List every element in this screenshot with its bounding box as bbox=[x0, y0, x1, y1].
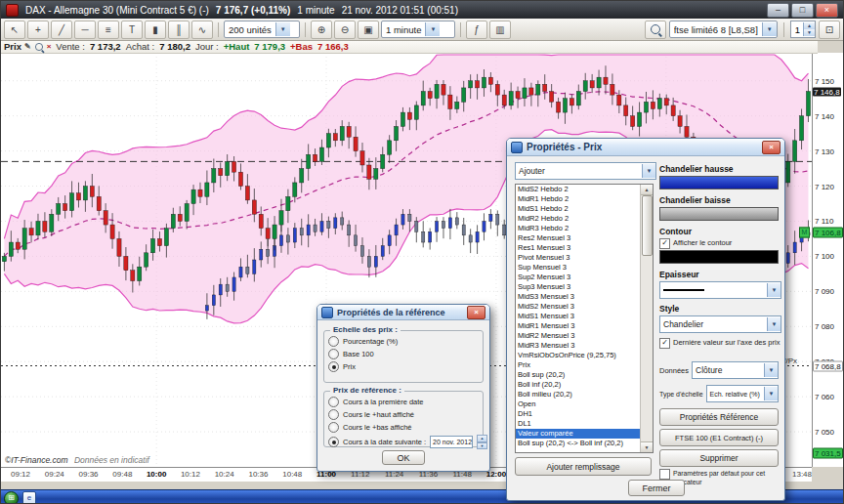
stepper-down-icon[interactable]: ▼ bbox=[803, 29, 815, 36]
add-fill-button[interactable]: Ajouter remplissage bbox=[515, 457, 652, 476]
show-contour-checkbox[interactable] bbox=[659, 238, 670, 249]
stepper-down-icon[interactable]: ▼ bbox=[477, 442, 487, 450]
indicator-list-item[interactable]: Res2 Mensuel 3 bbox=[516, 233, 641, 243]
line-chart-icon[interactable]: ∿ bbox=[191, 21, 213, 39]
indicator-list-item[interactable]: MidR2 Hebdo 2 bbox=[516, 214, 641, 224]
add-indicator-select[interactable]: Ajouter ▼ bbox=[515, 162, 656, 180]
indicator-icon[interactable]: ƒ bbox=[466, 21, 487, 39]
close-dialog-button[interactable]: Fermer bbox=[628, 480, 685, 496]
indicator-list-item[interactable]: MidR3 Mensuel 3 bbox=[516, 341, 641, 351]
indicator-list-item[interactable]: Boll milieu (20,2) bbox=[516, 390, 641, 399]
delete-button[interactable]: Supprimer bbox=[659, 449, 779, 467]
show-contour-option[interactable]: Afficher le contour bbox=[659, 238, 732, 249]
timeframe-select[interactable]: 1 minute ▼ bbox=[381, 21, 455, 38]
price-scale-option-0[interactable]: Pourcentage (%) bbox=[324, 335, 483, 348]
text-tool-icon[interactable]: T bbox=[121, 21, 143, 39]
reference-price-option-2[interactable]: Cours le +bas affiché bbox=[324, 421, 483, 434]
indicator-list-item[interactable]: MidS1 Mensuel 3 bbox=[516, 312, 641, 321]
start-button[interactable]: ⊞ bbox=[4, 491, 19, 504]
expand-icon[interactable]: ⊡ bbox=[819, 21, 840, 39]
taskbar-app-icon[interactable]: e bbox=[22, 491, 36, 504]
reference-price-option-0[interactable]: Cours à la première date bbox=[324, 396, 483, 408]
indicator-list-item[interactable]: Valeur comparée bbox=[516, 429, 641, 439]
compared-instrument-button[interactable]: FTSE 100 (E1 Contract) (-) bbox=[659, 429, 779, 446]
reference-price-option-3[interactable]: Cours à la date suivante :20 nov. 2012▲▼ bbox=[324, 434, 483, 450]
indicator-list[interactable]: MidS2 Hebdo 2MidR1 Hebdo 2MidS1 Hebdo 2M… bbox=[515, 184, 654, 453]
date-stepper[interactable]: ▲▼ bbox=[477, 435, 487, 449]
indicator-list-item[interactable]: MidR1 Mensuel 3 bbox=[516, 321, 641, 331]
maximize-button[interactable]: □ bbox=[791, 3, 814, 18]
stepper-up-icon[interactable]: ▲ bbox=[477, 435, 487, 442]
stepper-up-icon[interactable]: ▲ bbox=[803, 22, 815, 29]
indicator-list-item[interactable]: Pivot Mensuel 3 bbox=[516, 253, 641, 263]
reference-date-input[interactable]: 20 nov. 2012 bbox=[430, 436, 473, 448]
indicator-list-item[interactable]: MidR3 Hebdo 2 bbox=[516, 224, 641, 233]
scrollbar-thumb[interactable] bbox=[642, 195, 653, 256]
edit-icon[interactable]: ✎ bbox=[24, 42, 31, 51]
price-scale-radio-0[interactable] bbox=[328, 336, 339, 347]
indicator-list-item[interactable]: Res1 Mensuel 3 bbox=[516, 243, 641, 253]
instrument-search-select[interactable]: ftse limité6 8 [L8,S8] ▼ bbox=[669, 21, 778, 38]
ok-button[interactable]: OK bbox=[382, 450, 425, 465]
fibonacci-icon[interactable]: ≡ bbox=[98, 21, 119, 39]
indicator-list-item[interactable]: MidR1 Hebdo 2 bbox=[516, 194, 641, 204]
dialog-close-button[interactable]: × bbox=[467, 306, 485, 319]
trendline-icon[interactable]: ╱ bbox=[51, 21, 72, 39]
list-scrollbar[interactable]: ▲ ▼ bbox=[640, 185, 653, 452]
last-value-option[interactable]: Dernière valeur sur l'axe des prix bbox=[659, 338, 781, 349]
style-select[interactable]: Chandelier ▼ bbox=[659, 315, 781, 333]
crosshair-icon[interactable]: + bbox=[27, 21, 49, 39]
reference-price-radio-2[interactable] bbox=[328, 422, 339, 433]
reference-properties-button[interactable]: Propriétés Référence bbox=[659, 408, 779, 426]
last-value-checkbox[interactable] bbox=[659, 338, 670, 349]
close-button[interactable]: × bbox=[816, 3, 838, 18]
indicator-list-item[interactable]: MidR2 Mensuel 3 bbox=[516, 331, 641, 341]
indicator-list-item[interactable]: Prix bbox=[516, 360, 641, 370]
price-scale-option-2[interactable]: Prix bbox=[324, 360, 483, 373]
scale-type-select[interactable]: Ech. relative (%) ▼ bbox=[706, 385, 779, 402]
dialog-titlebar[interactable]: Propriétés de la référence × bbox=[317, 305, 489, 320]
bar-chart-icon[interactable]: ║ bbox=[168, 21, 190, 39]
indicator-list-item[interactable]: Sup Mensuel 3 bbox=[516, 263, 641, 273]
scroll-up-icon[interactable]: ▲ bbox=[641, 185, 653, 195]
indicator-list-item[interactable]: Open bbox=[516, 399, 641, 409]
snapshot-icon[interactable]: ▣ bbox=[358, 21, 379, 39]
reference-price-radio-1[interactable] bbox=[328, 409, 339, 420]
search-icon-button[interactable] bbox=[645, 21, 666, 39]
indicator-list-item[interactable]: VmRsiObOsOnPrice (9,25,75) bbox=[516, 351, 641, 360]
indicator-list-item[interactable]: Boll inf (20,2) bbox=[516, 380, 641, 390]
zoom-out-icon[interactable]: ⊖ bbox=[334, 21, 356, 39]
reference-price-radio-0[interactable] bbox=[328, 397, 339, 407]
price-scale-radio-2[interactable] bbox=[328, 361, 339, 372]
quantity-stepper[interactable]: 1 ▲ ▼ bbox=[790, 21, 816, 38]
grid-icon[interactable]: ▥ bbox=[489, 21, 511, 39]
candle-down-color-swatch[interactable] bbox=[659, 207, 779, 221]
remove-icon[interactable]: × bbox=[47, 42, 52, 51]
units-select[interactable]: 200 unités ▼ bbox=[224, 21, 300, 38]
indicator-list-item[interactable]: MidS3 Mensuel 3 bbox=[516, 292, 641, 302]
magnifier-icon[interactable] bbox=[35, 43, 43, 51]
price-axis[interactable]: 7 1507 1407 1307 1207 1107 1007 0907 080… bbox=[812, 53, 844, 467]
indicator-list-item[interactable]: MidS2 Hebdo 2 bbox=[516, 185, 641, 194]
indicator-list-item[interactable]: DH1 bbox=[516, 409, 641, 419]
dialog-close-button[interactable]: × bbox=[762, 141, 781, 154]
dialog-titlebar[interactable]: Propriétés - Prix × bbox=[507, 139, 784, 156]
price-scale-radio-1[interactable] bbox=[328, 349, 339, 359]
thickness-select[interactable]: ▼ bbox=[659, 281, 781, 299]
indicator-list-item[interactable]: MidS2 Mensuel 3 bbox=[516, 302, 641, 312]
pointer-icon[interactable]: ↖ bbox=[4, 21, 25, 39]
reference-price-radio-3[interactable] bbox=[328, 437, 339, 447]
candlestick-chart-icon[interactable]: ▮ bbox=[145, 21, 166, 39]
horizontal-line-icon[interactable]: ─ bbox=[74, 21, 96, 39]
contour-color-swatch[interactable] bbox=[659, 250, 779, 264]
minimize-button[interactable]: – bbox=[767, 3, 789, 18]
scroll-down-icon[interactable]: ▼ bbox=[641, 441, 653, 452]
indicator-list-item[interactable]: Sup2 Mensuel 3 bbox=[516, 273, 641, 282]
default-settings-checkbox[interactable] bbox=[659, 469, 670, 480]
reference-price-option-1[interactable]: Cours le +haut affiché bbox=[324, 408, 483, 421]
indicator-list-item[interactable]: DL1 bbox=[516, 419, 641, 429]
data-source-select[interactable]: Clôture ▼ bbox=[692, 361, 779, 379]
indicator-list-item[interactable]: MidS1 Hebdo 2 bbox=[516, 204, 641, 214]
indicator-list-item[interactable]: Sup3 Mensuel 3 bbox=[516, 282, 641, 292]
zoom-in-icon[interactable]: ⊕ bbox=[311, 21, 332, 39]
